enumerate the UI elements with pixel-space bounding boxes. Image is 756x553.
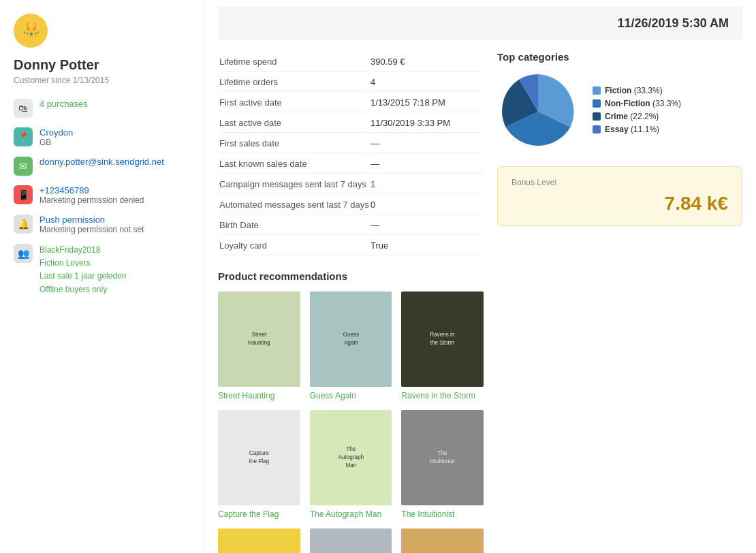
email-item: ✉ donny.potter@sink.sendgrid.net bbox=[14, 157, 190, 176]
top-categories: Top categories bbox=[497, 51, 742, 153]
book-cover-4: TheAutographMan bbox=[310, 410, 392, 505]
stats-label-1: Lifetime orders bbox=[219, 73, 369, 92]
purchases-item: 🛍 4 purchases bbox=[14, 99, 190, 118]
marketing-denied: Marketing permission denied bbox=[40, 195, 144, 205]
book-item-3: Capturethe FlagCapture the Flag bbox=[218, 410, 300, 519]
phone-number[interactable]: +123456789 bbox=[40, 185, 144, 195]
bonus-label: Bonus Level bbox=[511, 178, 728, 187]
purchases-label[interactable]: 4 purchases bbox=[40, 99, 88, 109]
stats-value-6[interactable]: 1 bbox=[371, 175, 482, 194]
stats-value-7: 0 bbox=[371, 195, 482, 215]
legend-label-3: Essay (11.1%) bbox=[605, 125, 659, 134]
book-title-1[interactable]: Guess Again bbox=[310, 391, 356, 400]
book-title-2[interactable]: Ravens in the Storm bbox=[401, 391, 475, 400]
legend-dot-3 bbox=[593, 125, 601, 133]
categories-inner: Fiction (33.3%)Non-Fiction (33.3%)Crime … bbox=[497, 71, 742, 153]
legend-label-0: Fiction (33.3%) bbox=[605, 86, 663, 95]
push-label[interactable]: Push permission bbox=[40, 215, 144, 225]
location-icon: 📍 bbox=[14, 127, 33, 146]
right-panel: Top categories bbox=[497, 51, 742, 553]
bonus-value: 7.84 k€ bbox=[511, 193, 728, 215]
stats-label-5: Last known sales date bbox=[219, 155, 369, 174]
stats-table: Lifetime spend390.59 €Lifetime orders4Fi… bbox=[218, 51, 484, 257]
book-cover-8: Oryx andCrake bbox=[401, 528, 484, 553]
book-title-3[interactable]: Capture the Flag bbox=[218, 509, 279, 519]
stats-value-2: 1/13/2015 7:18 PM bbox=[371, 93, 482, 112]
book-title-0[interactable]: Street Haunting bbox=[218, 391, 274, 400]
datetime-bar: 11/26/2019 5:30 AM bbox=[218, 7, 742, 40]
stats-row-5: Last known sales date— bbox=[219, 155, 482, 174]
book-cover-3: Capturethe Flag bbox=[218, 410, 300, 505]
recommendations: Product recommendations StreetHauntingSt… bbox=[218, 270, 484, 553]
stats-label-6: Campaign messages sent last 7 days bbox=[219, 175, 369, 194]
book-item-0: StreetHauntingStreet Haunting bbox=[218, 291, 300, 400]
legend-dot-2 bbox=[593, 112, 601, 121]
legend-dot-0 bbox=[593, 86, 601, 95]
stats-value-9: True bbox=[371, 236, 482, 255]
segments-item: 👥 BlackFriday2018 Fiction Lovers Last sa… bbox=[14, 244, 190, 296]
stats-value-8: — bbox=[371, 216, 482, 235]
svg-rect-16 bbox=[411, 528, 474, 553]
stats-value-3: 11/30/2019 3:33 PM bbox=[371, 114, 482, 133]
book-cover-7: TheLetters ofNoelCoward bbox=[310, 528, 392, 553]
crown-icon: 👑 bbox=[22, 22, 40, 40]
legend-item-0: Fiction (33.3%) bbox=[593, 86, 681, 95]
legend-label-2: Crime (22.2%) bbox=[605, 112, 659, 121]
phone-icon: 📱 bbox=[14, 185, 33, 204]
book-item-8: Oryx andCrakeOryx and Crake bbox=[401, 528, 484, 553]
stats-row-8: Birth Date— bbox=[219, 216, 482, 235]
book-item-5: TheIntuitionistThe Intuitionist bbox=[401, 410, 484, 519]
seg1[interactable]: BlackFriday2018 bbox=[40, 244, 126, 257]
stats-section: Lifetime spend390.59 €Lifetime orders4Fi… bbox=[218, 51, 484, 553]
book-item-6: Then WeCame tothe EndThen We Came to the… bbox=[218, 528, 300, 553]
stats-row-0: Lifetime spend390.59 € bbox=[219, 52, 482, 72]
sidebar: 👑 Donny Potter Customer since 1/13/2015 … bbox=[0, 0, 204, 553]
customer-name: Donny Potter bbox=[14, 57, 190, 73]
legend-item-2: Crime (22.2%) bbox=[593, 112, 681, 121]
book-cover-2: Ravens inthe Storm bbox=[401, 291, 484, 387]
stats-row-7: Automated messages sent last 7 days0 bbox=[219, 195, 482, 215]
avatar: 👑 bbox=[14, 14, 48, 48]
stats-label-4: First sales date bbox=[219, 134, 369, 153]
legend-item-1: Non-Fiction (33.3%) bbox=[593, 99, 681, 108]
legend: Fiction (33.3%)Non-Fiction (33.3%)Crime … bbox=[593, 86, 681, 138]
book-cover-5: TheIntuitionist bbox=[401, 410, 484, 505]
book-title-5[interactable]: The Intuitionist bbox=[401, 509, 454, 519]
book-item-7: TheLetters ofNoelCowardThe Letters of No… bbox=[310, 528, 392, 553]
seg2[interactable]: Fiction Lovers bbox=[40, 257, 126, 270]
svg-rect-12 bbox=[227, 528, 291, 553]
book-cover-0: StreetHaunting bbox=[218, 291, 300, 387]
book-cover-1: GuessAgain bbox=[310, 291, 392, 387]
pie-chart bbox=[497, 71, 579, 153]
seg3[interactable]: Last sale 1 jaar geleden bbox=[40, 270, 126, 283]
stats-row-9: Loyalty cardTrue bbox=[219, 236, 482, 255]
stats-label-7: Automated messages sent last 7 days bbox=[219, 195, 369, 215]
stats-row-1: Lifetime orders4 bbox=[219, 73, 482, 92]
seg4[interactable]: Offline buyers only bbox=[40, 283, 126, 296]
city-label[interactable]: Croydon bbox=[40, 127, 73, 138]
bonus-box: Bonus Level 7.84 k€ bbox=[497, 166, 742, 226]
stats-label-3: Last active date bbox=[219, 114, 369, 133]
stats-value-0: 390.59 € bbox=[371, 52, 482, 72]
svg-rect-14 bbox=[319, 528, 382, 553]
location-item: 📍 Croydon GB bbox=[14, 127, 190, 147]
email-icon: ✉ bbox=[14, 157, 33, 176]
country-label: GB bbox=[40, 138, 73, 147]
stats-label-8: Birth Date bbox=[219, 216, 369, 235]
main-content: 11/26/2019 5:30 AM Lifetime spend390.59 … bbox=[204, 0, 756, 553]
legend-dot-1 bbox=[593, 99, 601, 108]
legend-label-1: Non-Fiction (33.3%) bbox=[605, 99, 681, 108]
recommendations-title: Product recommendations bbox=[218, 270, 484, 282]
book-item-1: GuessAgainGuess Again bbox=[310, 291, 392, 400]
stats-label-9: Loyalty card bbox=[219, 236, 369, 255]
stats-row-4: First sales date— bbox=[219, 134, 482, 153]
phone-item: 📱 +123456789 Marketing permission denied bbox=[14, 185, 190, 205]
book-title-4[interactable]: The Autograph Man bbox=[310, 509, 381, 519]
stats-value-1: 4 bbox=[371, 73, 482, 92]
two-col-layout: Lifetime spend390.59 €Lifetime orders4Fi… bbox=[218, 51, 742, 553]
push-note: Marketing permission not set bbox=[40, 225, 144, 234]
book-grid: StreetHauntingStreet HauntingGuessAgainG… bbox=[218, 291, 484, 553]
email-address[interactable]: donny.potter@sink.sendgrid.net bbox=[40, 157, 164, 167]
purchases-icon: 🛍 bbox=[14, 99, 33, 118]
stats-value-5: — bbox=[371, 155, 482, 174]
